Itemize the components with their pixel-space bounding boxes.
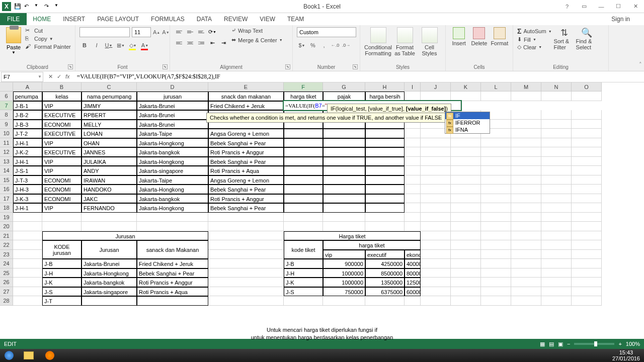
cell[interactable]: J-K-2 [13,147,42,157]
cell[interactable] [572,213,602,222]
cell[interactable] [481,185,511,194]
cell[interactable] [481,287,511,297]
cell[interactable] [572,157,602,166]
paste-button[interactable]: Paste ▼ [4,27,23,55]
cell[interactable] [572,138,602,148]
cell[interactable] [421,222,451,231]
cell[interactable]: J-H-1 [13,138,42,148]
cell[interactable] [541,240,572,250]
collapse-ribbon-icon[interactable]: ˄ [639,61,642,68]
cell[interactable] [323,213,365,222]
cell[interactable] [284,213,323,222]
increase-indent-button[interactable]: ⇥ [218,38,228,47]
view-pagelayout-icon[interactable]: ▤ [549,341,554,347]
cell[interactable] [208,268,284,278]
number-format-select[interactable] [297,27,356,37]
cell[interactable] [572,259,602,268]
sort-filter-button[interactable]: ⇅Sort & Filter [554,27,575,50]
cell[interactable] [511,296,541,306]
column-header[interactable]: N [541,82,572,92]
cell[interactable] [451,231,481,241]
row-header[interactable]: 28 [0,296,13,306]
cell[interactable] [323,175,365,185]
zoom-slider[interactable] [574,343,614,345]
row-header[interactable]: 8 [0,110,13,120]
cell[interactable] [511,231,541,241]
signin-link[interactable]: Sign in [611,16,644,23]
cell[interactable] [13,222,42,231]
cell[interactable] [511,268,541,278]
column-header[interactable]: O [572,82,602,92]
cell[interactable]: Jakarta-singapore [82,287,137,297]
cell[interactable] [572,175,602,185]
cell[interactable] [481,138,511,148]
cell[interactable] [284,194,323,204]
cell[interactable] [481,92,511,101]
cell[interactable]: RPBERT [82,110,137,120]
cell[interactable] [572,222,602,231]
cell[interactable]: snack dan makanan [208,92,284,101]
cell[interactable] [511,110,541,120]
align-right-button[interactable] [196,38,206,47]
insert-function-icon[interactable]: fx [65,73,70,80]
cell[interactable] [365,147,405,157]
cell[interactable]: ANDY [82,166,137,175]
cell[interactable] [481,213,511,222]
cell[interactable] [451,213,481,222]
cell[interactable] [541,203,572,213]
cell[interactable] [208,231,284,241]
cell[interactable]: Jakarta-bangkok [137,194,208,204]
cell[interactable] [284,203,323,213]
decrease-indent-button[interactable]: ⇤ [207,38,217,47]
taskbar-explorer[interactable] [19,349,39,361]
fill-color-button[interactable]: ◇▼ [128,40,138,50]
cell[interactable] [13,268,42,278]
cell[interactable]: J-H-1 [13,157,42,166]
row-header[interactable]: 21 [0,231,13,241]
cell[interactable] [541,166,572,175]
cell[interactable]: 1000000 [323,278,365,287]
cell[interactable] [284,147,323,157]
cell[interactable]: Roti Prancis + Anggur [137,278,208,287]
cell[interactable] [208,287,284,297]
cell[interactable]: pajak [323,92,365,101]
column-header[interactable]: M [511,82,541,92]
tab-home[interactable]: HOME [27,14,57,25]
cell[interactable]: Jakarta-Hongkong [137,185,208,194]
cell[interactable]: sanack dan Makanan [137,240,208,259]
view-normal-icon[interactable]: ▦ [540,341,545,347]
cell[interactable] [541,110,572,120]
minimize-icon[interactable]: — [595,2,608,12]
cell[interactable] [572,120,602,129]
save-icon[interactable]: 💾 [14,3,21,10]
cell[interactable] [481,231,511,241]
cell[interactable] [541,138,572,148]
cell[interactable] [421,259,451,268]
font-dialog-icon[interactable]: ⬊ [163,64,168,69]
cell[interactable] [421,157,451,166]
cell[interactable] [451,287,481,297]
cell[interactable] [481,268,511,278]
cell[interactable] [421,92,451,101]
tab-pagelayout[interactable]: PAGE LAYOUT [91,14,145,25]
cell[interactable]: J-H [42,268,82,278]
cell[interactable]: J-B-3 [13,120,42,129]
cell[interactable]: J-S [284,287,323,297]
column-header[interactable]: K [451,82,481,92]
fill-button[interactable]: ⬇Fill ▼ [517,36,552,43]
cell[interactable] [541,147,572,157]
insert-cells-button[interactable]: Insert [450,27,468,46]
cell[interactable]: ekonomi [405,250,421,259]
cell[interactable]: ECONOMI [42,185,82,194]
cell[interactable]: FERNANDO [82,203,137,213]
cell[interactable] [511,129,541,138]
cell[interactable] [511,194,541,204]
cell[interactable] [365,175,405,185]
cell[interactable] [208,222,284,231]
cell[interactable] [284,129,323,138]
align-left-button[interactable] [174,38,184,47]
cell[interactable] [572,110,602,120]
row-header[interactable]: 10 [0,129,13,138]
cell[interactable] [208,259,284,268]
undo-dropdown-icon[interactable]: ▼ [34,3,41,10]
